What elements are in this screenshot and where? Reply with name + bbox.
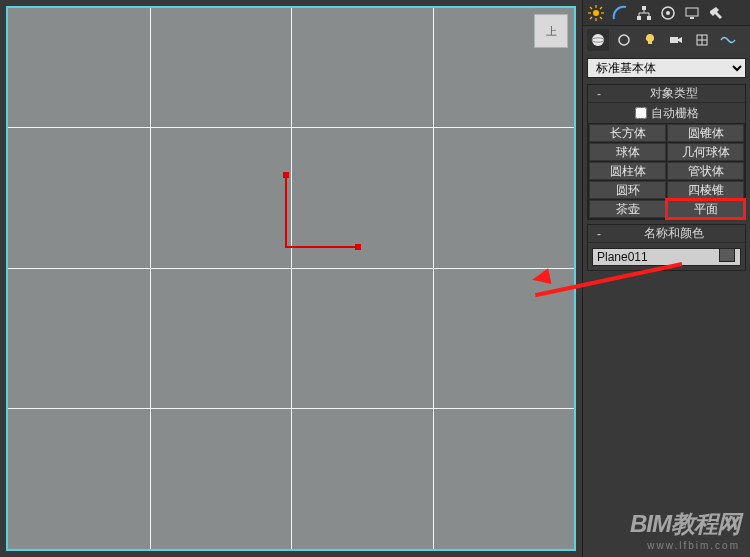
object-button-四棱锥[interactable]: 四棱锥 bbox=[667, 181, 744, 199]
hammer-icon[interactable] bbox=[707, 4, 725, 22]
spacewarps-tab-icon[interactable] bbox=[717, 29, 739, 51]
svg-rect-19 bbox=[670, 37, 678, 43]
object-button-圆柱体[interactable]: 圆柱体 bbox=[589, 162, 666, 180]
object-button-长方体[interactable]: 长方体 bbox=[589, 124, 666, 142]
collapse-icon: - bbox=[592, 87, 606, 101]
geometry-tab-icon[interactable] bbox=[587, 29, 609, 51]
object-button-茶壶[interactable]: 茶壶 bbox=[589, 200, 666, 218]
svg-line-5 bbox=[590, 7, 592, 9]
category-dropdown[interactable]: 标准基本体 bbox=[587, 58, 746, 78]
motion-icon[interactable] bbox=[659, 4, 677, 22]
viewport[interactable]: 上 bbox=[6, 6, 576, 551]
svg-line-6 bbox=[600, 17, 602, 19]
name-color-rollout: - 名称和颜色 bbox=[587, 224, 746, 271]
helpers-tab-icon[interactable] bbox=[691, 29, 713, 51]
shapes-tab-icon[interactable] bbox=[613, 29, 635, 51]
svg-rect-9 bbox=[642, 6, 646, 10]
object-type-rollout: - 对象类型 自动栅格 长方体圆锥体球体几何球体圆柱体管状体圆环四棱锥茶壶平面 bbox=[587, 84, 746, 220]
command-tabs bbox=[583, 0, 750, 26]
svg-point-18 bbox=[619, 35, 629, 45]
svg-line-7 bbox=[590, 17, 592, 19]
svg-line-8 bbox=[600, 7, 602, 9]
svg-rect-10 bbox=[637, 16, 641, 20]
display-icon[interactable] bbox=[683, 4, 701, 22]
autogrid-checkbox[interactable] bbox=[635, 107, 647, 119]
lights-tab-icon[interactable] bbox=[639, 29, 661, 51]
color-swatch[interactable] bbox=[719, 248, 735, 262]
hierarchy-icon[interactable] bbox=[635, 4, 653, 22]
object-button-管状体[interactable]: 管状体 bbox=[667, 162, 744, 180]
object-button-几何球体[interactable]: 几何球体 bbox=[667, 143, 744, 161]
svg-rect-11 bbox=[647, 16, 651, 20]
svg-point-0 bbox=[593, 10, 599, 16]
svg-point-16 bbox=[592, 34, 604, 46]
object-button-球体[interactable]: 球体 bbox=[589, 143, 666, 161]
object-button-圆环[interactable]: 圆环 bbox=[589, 181, 666, 199]
arc-icon[interactable] bbox=[611, 4, 629, 22]
rollout-title: 名称和颜色 bbox=[606, 225, 741, 242]
category-select[interactable]: 标准基本体 bbox=[587, 58, 746, 78]
rollout-title: 对象类型 bbox=[606, 85, 741, 102]
svg-point-13 bbox=[666, 11, 670, 15]
collapse-icon: - bbox=[592, 227, 606, 241]
object-buttons: 长方体圆锥体球体几何球体圆柱体管状体圆环四棱锥茶壶平面 bbox=[588, 123, 745, 219]
viewcube[interactable]: 上 bbox=[534, 14, 568, 48]
object-button-圆锥体[interactable]: 圆锥体 bbox=[667, 124, 744, 142]
viewport-area[interactable]: 上 bbox=[0, 0, 582, 557]
cameras-tab-icon[interactable] bbox=[665, 29, 687, 51]
create-subtabs bbox=[583, 26, 750, 54]
viewcube-label: 上 bbox=[546, 24, 557, 39]
rollout-header[interactable]: - 对象类型 bbox=[588, 85, 745, 103]
sun-icon[interactable] bbox=[587, 4, 605, 22]
object-button-平面[interactable]: 平面 bbox=[667, 200, 744, 218]
autogrid-label: 自动栅格 bbox=[651, 105, 699, 122]
rollout-header[interactable]: - 名称和颜色 bbox=[588, 225, 745, 243]
svg-rect-14 bbox=[686, 8, 698, 16]
